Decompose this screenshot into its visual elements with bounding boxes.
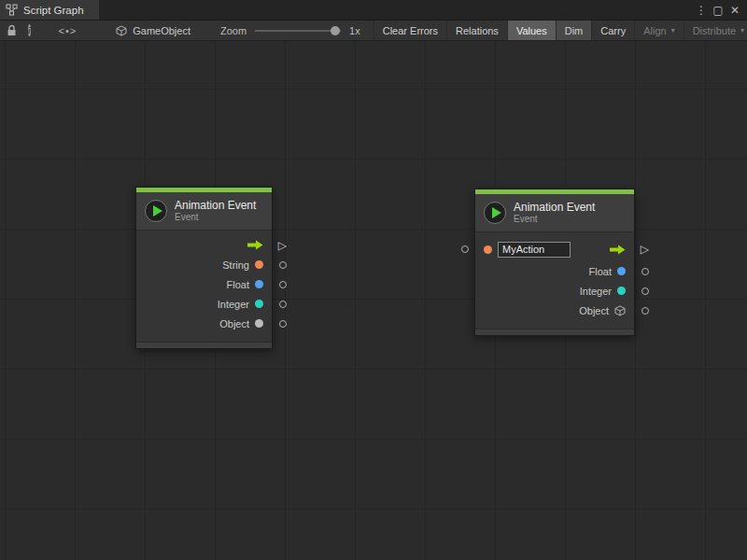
lock-icon[interactable] (7, 24, 17, 36)
zoom-control: Zoom 1x (220, 25, 360, 36)
node-body: ▷ Float Integer Object (475, 231, 634, 329)
relations-button[interactable]: Relations (446, 21, 507, 40)
info-icon[interactable]: i (28, 24, 31, 36)
trigger-output-port[interactable]: ▷ (278, 239, 287, 250)
tab-script-graph[interactable]: Script Graph (0, 0, 99, 20)
node-header[interactable]: Animation Event Event (136, 192, 272, 230)
graph-canvas[interactable]: Animation Event Event ▷ String Float (0, 41, 747, 560)
object-type-dot (255, 319, 263, 328)
output-row-float: Float (136, 274, 272, 294)
output-row-integer: Integer (475, 281, 634, 301)
carry-button[interactable]: Carry (591, 21, 634, 40)
zoom-label: Zoom (220, 25, 247, 36)
output-row-object: Object (136, 314, 272, 333)
node-title: Animation Event (175, 199, 256, 212)
window-titlebar: Script Graph ⋮ ▢ ✕ (0, 0, 747, 21)
integer-type-dot (617, 287, 626, 295)
toolbar-buttons: Clear Errors Relations Values Dim Carry … (374, 21, 747, 40)
integer-output-port[interactable] (279, 301, 287, 308)
output-row-integer: Integer (136, 294, 272, 314)
float-type-dot (255, 280, 263, 288)
chevron-down-icon: ▾ (671, 26, 675, 35)
trigger-arrow-icon (247, 240, 263, 250)
object-output-port[interactable] (279, 320, 287, 328)
port-label: Integer (218, 299, 249, 310)
menu-icon[interactable]: ⋮ (693, 1, 710, 20)
node-body: ▷ String Float Integer Object (136, 230, 272, 342)
maximize-icon[interactable]: ▢ (710, 1, 726, 20)
zoom-slider-track[interactable] (255, 30, 341, 32)
float-output-port[interactable] (279, 281, 287, 288)
gameobject-target[interactable]: GameObject (116, 25, 190, 36)
output-row-float: Float (475, 261, 634, 281)
values-button[interactable]: Values (507, 21, 556, 40)
node-subtitle: Event (175, 212, 256, 223)
trigger-arrow-icon (610, 245, 626, 255)
gameobject-label: GameObject (133, 25, 190, 36)
port-label: Float (227, 279, 249, 290)
port-label: Object (219, 318, 249, 329)
close-icon[interactable]: ✕ (726, 1, 743, 20)
dim-button[interactable]: Dim (556, 21, 592, 40)
integer-output-port[interactable] (641, 287, 649, 295)
node-title: Animation Event (514, 201, 595, 214)
align-label: Align (643, 25, 666, 36)
object-cube-icon (614, 305, 626, 316)
string-output-port[interactable] (279, 261, 287, 269)
node-subtitle: Event (514, 214, 595, 225)
trigger-output-port[interactable]: ▷ (641, 244, 649, 255)
zoom-value: 1x (349, 25, 360, 36)
zoom-slider-handle[interactable] (331, 26, 340, 35)
port-label: String (222, 259, 249, 271)
action-name-field[interactable] (498, 242, 571, 258)
port-label: Float (589, 266, 612, 277)
window-controls: ⋮ ▢ ✕ (693, 0, 747, 20)
node-footer (136, 342, 272, 348)
event-play-icon (484, 202, 506, 224)
gameobject-icon (116, 25, 127, 36)
output-row-object: Object (475, 301, 634, 320)
name-input-port[interactable] (461, 245, 469, 253)
float-type-dot (617, 267, 626, 275)
string-type-dot (255, 260, 263, 269)
output-row-string: String (136, 255, 272, 274)
animation-event-node-2[interactable]: Animation Event Event ▷ Float Int (474, 189, 635, 336)
distribute-button[interactable]: Distribute ▾ (684, 21, 747, 40)
zoom-slider[interactable] (255, 25, 341, 36)
object-output-port[interactable] (641, 307, 649, 315)
clear-errors-button[interactable]: Clear Errors (374, 21, 446, 40)
node-footer (475, 329, 634, 335)
name-input-row: ▷ (475, 237, 634, 261)
port-label: Object (579, 305, 609, 316)
graph-toolbar: i <•> GameObject Zoom 1x Clear Errors Re… (0, 21, 747, 41)
integer-type-dot (255, 300, 263, 308)
tab-title: Script Graph (23, 5, 84, 16)
event-play-icon (145, 200, 167, 222)
float-output-port[interactable] (641, 268, 649, 275)
port-label: Integer (580, 286, 612, 297)
animation-event-node-1[interactable]: Animation Event Event ▷ String Float (135, 187, 273, 349)
string-type-dot (484, 245, 492, 254)
graph-inspector-icon[interactable]: <•> (59, 25, 78, 36)
node-header[interactable]: Animation Event Event (475, 194, 634, 231)
trigger-output-row: ▷ (136, 235, 272, 255)
chevron-down-icon: ▾ (740, 26, 744, 35)
distribute-label: Distribute (693, 25, 736, 36)
script-graph-icon (6, 4, 18, 16)
align-button[interactable]: Align ▾ (634, 21, 683, 40)
